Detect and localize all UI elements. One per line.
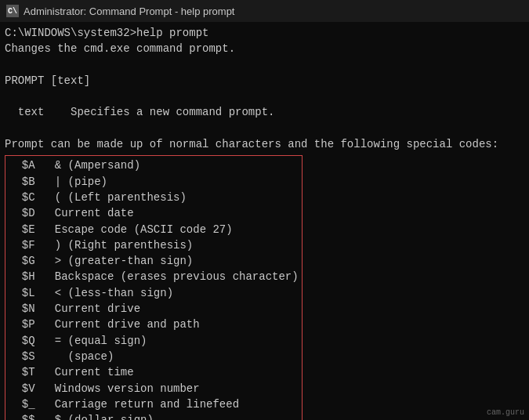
table-row: $H Backspace (erases previous character): [9, 269, 299, 284]
table-row: $C ( (Left parenthesis): [9, 190, 299, 205]
table-row: $Q = (equal sign): [9, 333, 299, 349]
terminal-body: C:\WINDOWS\system32>help prompt Changes …: [0, 22, 529, 420]
terminal-line-6: text Specifies a new command prompt.: [5, 104, 524, 120]
title-bar: C\ Administrator: Command Prompt - help …: [0, 0, 529, 22]
table-row: $P Current drive and path: [9, 317, 299, 332]
terminal-line-1: C:\WINDOWS\system32>help prompt: [5, 25, 524, 41]
table-row: $G > (greater-than sign): [9, 253, 299, 269]
terminal-line-8: Prompt can be made up of normal characte…: [5, 136, 524, 152]
watermark: cam.guru: [487, 408, 524, 417]
table-row: $$ $ (dollar sign): [9, 412, 299, 420]
special-codes-table: $A & (Ampersand) $B | (pipe) $C ( (Left …: [5, 155, 303, 420]
table-row: $L < (less-than sign): [9, 285, 299, 301]
terminal-line-7: [5, 121, 524, 136]
terminal-line-3: [5, 57, 524, 73]
title-bar-text: Administrator: Command Prompt - help pro…: [24, 5, 234, 17]
table-row: $V Windows version number: [9, 381, 299, 396]
table-row: $D Current date: [9, 205, 299, 221]
table-row: $F ) (Right parenthesis): [9, 237, 299, 253]
table-row: $T Current time: [9, 364, 299, 380]
table-row: $_ Carriage return and linefeed: [9, 396, 299, 412]
terminal-line-2: Changes the cmd.exe command prompt.: [5, 41, 524, 56]
table-row: $B | (pipe): [9, 174, 299, 190]
table-row: $N Current drive: [9, 301, 299, 317]
terminal-line-4: PROMPT [text]: [5, 73, 524, 89]
title-bar-icon: C\: [6, 5, 19, 17]
table-row: $S (space): [9, 349, 299, 364]
cmd-icon: C\: [8, 7, 17, 16]
table-row: $E Escape code (ASCII code 27): [9, 222, 299, 237]
terminal-line-5: [5, 89, 524, 104]
table-row: $A & (Ampersand): [9, 158, 299, 173]
